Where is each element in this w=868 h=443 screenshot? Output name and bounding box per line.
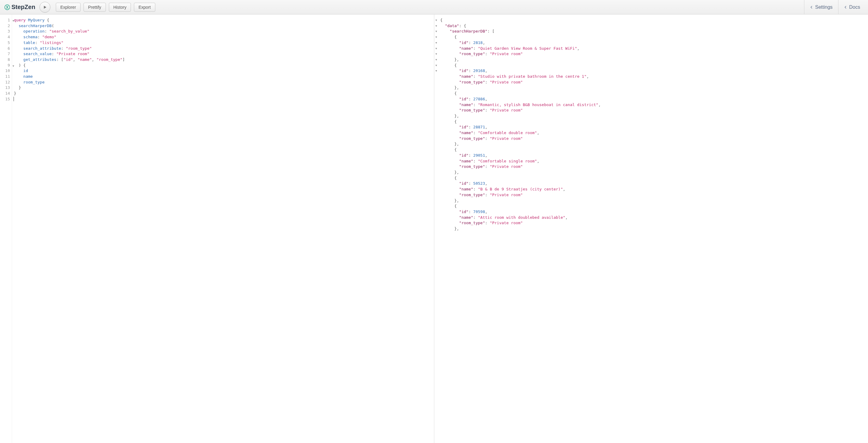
export-button[interactable]: Export <box>134 3 155 12</box>
play-icon <box>43 5 47 9</box>
query-editor[interactable]: query MyQuery { searchHarperDB( operatio… <box>12 14 434 443</box>
line-gutter: 1▼23456789▼101112131415 <box>0 14 12 443</box>
result-pane: ▼▼▼▼▼▼▼▼▼▼ { "data": { "searchHarperDB":… <box>434 14 868 443</box>
docs-label: Docs <box>849 4 860 10</box>
run-button[interactable] <box>39 2 50 13</box>
logo: StepZen <box>4 4 35 10</box>
result-fold-gutter: ▼▼▼▼▼▼▼▼▼▼ <box>434 14 438 443</box>
settings-label: Settings <box>815 4 833 10</box>
logo-text: StepZen <box>11 4 35 10</box>
result-viewer[interactable]: { "data": { "searchHarperDB": [ { "id": … <box>438 14 868 443</box>
prettify-button[interactable]: Prettify <box>84 3 106 12</box>
explorer-button[interactable]: Explorer <box>56 3 81 12</box>
settings-link[interactable]: Settings <box>804 0 838 14</box>
history-button[interactable]: History <box>109 3 131 12</box>
chevron-left-icon <box>844 5 847 9</box>
stepzen-logo-icon <box>4 4 10 10</box>
chevron-left-icon <box>810 5 813 9</box>
docs-link[interactable]: Docs <box>838 0 866 14</box>
query-pane: 1▼23456789▼101112131415 query MyQuery { … <box>0 14 434 443</box>
main-area: 1▼23456789▼101112131415 query MyQuery { … <box>0 14 868 443</box>
toolbar: StepZen Explorer Prettify History Export… <box>0 0 868 14</box>
